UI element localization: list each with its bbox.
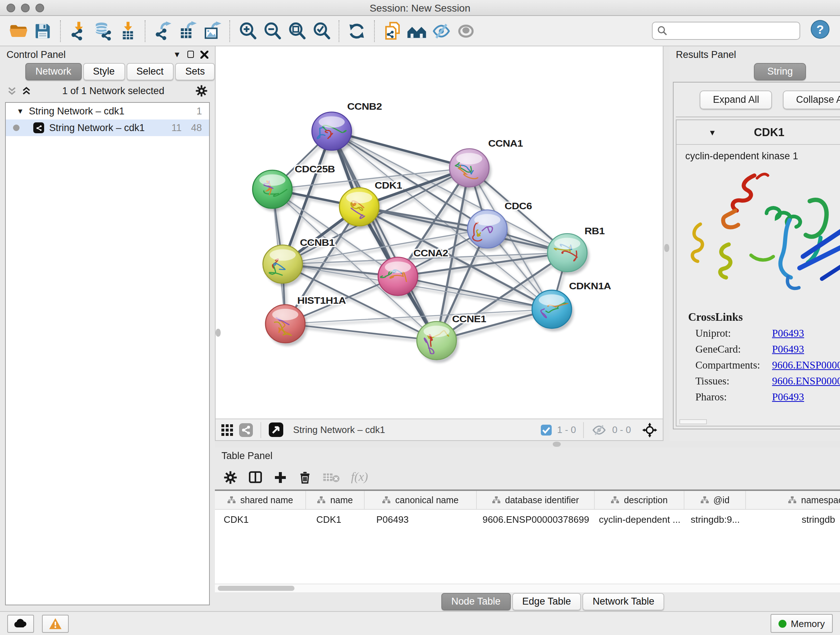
save-floppy-icon (33, 21, 52, 40)
crosslink-link[interactable]: 9606.ENSP00000378699 (772, 375, 840, 387)
column-header--id[interactable]: @id (684, 491, 746, 509)
table-panel-header: Table Panel ▼ (215, 448, 840, 463)
show-all-button[interactable] (454, 19, 478, 43)
network-options-gear-icon[interactable] (195, 84, 208, 97)
tab-network-table[interactable]: Network Table (583, 593, 665, 610)
scrollbar-thumb[interactable] (218, 586, 294, 591)
tab-node-table[interactable]: Node Table (441, 593, 510, 610)
import-network-from-database-button[interactable] (90, 19, 115, 43)
warnings-button[interactable] (42, 614, 69, 632)
right-splitter[interactable] (663, 46, 669, 441)
table-cell[interactable]: cyclin-dependent ... (595, 510, 684, 529)
control-panel-title: Control Panel (6, 49, 173, 60)
column-type-icon (611, 496, 620, 504)
crosslink-label: Tissues: (695, 375, 772, 387)
tree-expander-icon[interactable]: ▼ (17, 107, 24, 115)
network-edge[interactable] (332, 131, 437, 340)
column-header-database-identifier[interactable]: database identifier (477, 491, 595, 509)
horizontal-splitter-grip[interactable] (553, 442, 561, 447)
crosslink-link[interactable]: P06493 (772, 391, 804, 403)
tab-network[interactable]: Network (25, 63, 81, 80)
birds-eye-view-button[interactable] (268, 422, 284, 437)
clone-network-button[interactable] (380, 19, 404, 43)
eye-icon (456, 21, 475, 40)
table-cell[interactable]: CDK1 (306, 510, 365, 529)
zoom-fit-button[interactable] (284, 19, 309, 43)
column-header-name[interactable]: name (306, 491, 365, 509)
right-splitter-grip[interactable] (664, 244, 669, 252)
expand-all-button[interactable]: Expand All (700, 90, 772, 109)
export-table-button[interactable] (175, 19, 200, 43)
show-columns-icon[interactable] (248, 470, 263, 485)
zoom-out-button[interactable] (260, 19, 284, 43)
birds-eye-icon (268, 422, 284, 437)
crosslink-row: Uniprot:P06493 (695, 327, 840, 340)
maximize-panel-icon[interactable] (187, 51, 194, 58)
hide-selected-button[interactable] (429, 19, 454, 43)
table-cell[interactable]: CDK1 (215, 510, 306, 529)
column-header-description[interactable]: description (595, 491, 684, 509)
table-cell[interactable]: P06493 (365, 510, 477, 529)
hidden-eye-slash-icon[interactable] (591, 423, 607, 436)
collapse-all-icon[interactable] (7, 86, 17, 95)
column-header-canonical-name[interactable]: canonical name (365, 491, 477, 509)
save-session-button[interactable] (30, 19, 55, 43)
import-network-button[interactable] (66, 19, 90, 43)
search-box[interactable] (652, 22, 800, 40)
show-grid-button[interactable] (221, 423, 234, 436)
zoom-selected-button[interactable] (309, 19, 333, 43)
crosslink-link[interactable]: 9606.ENSP00000378699 (772, 359, 840, 371)
first-neighbors-button[interactable] (404, 19, 429, 43)
table-horizontal-scrollbar[interactable] (215, 584, 840, 592)
delete-column-trash-icon[interactable] (298, 470, 312, 484)
table-cell[interactable]: stringdb (746, 510, 840, 529)
column-header-shared-name[interactable]: shared name (215, 491, 306, 509)
network-row-selected[interactable]: String Network – cdk1 11 48 (6, 119, 209, 136)
table-row[interactable]: CDK1CDK1P064939606.ENSP00000378699cyclin… (215, 510, 840, 529)
table-cell[interactable]: stringdb:9... (684, 510, 746, 529)
close-panel-icon[interactable] (201, 50, 208, 58)
float-panel-icon[interactable]: ▼ (173, 50, 181, 59)
collapse-entry-icon[interactable]: ▼ (708, 128, 716, 137)
gene-entry-header[interactable]: ▼ CDK1 (676, 120, 840, 145)
help-button[interactable]: ? (810, 19, 830, 42)
horizontal-splitter[interactable] (215, 441, 840, 448)
add-column-icon[interactable] (273, 470, 287, 484)
selected-checkbox-icon[interactable] (540, 424, 552, 435)
search-input[interactable] (668, 26, 795, 36)
tab-string[interactable]: String (754, 63, 806, 80)
clone-network-icon (382, 21, 402, 41)
results-content: Expand All Collapse All ▼ CDK1 cyclin-de… (673, 82, 840, 429)
table-cell[interactable]: 9606.ENSP00000378699 (477, 510, 595, 529)
open-session-button[interactable] (6, 19, 30, 43)
fit-content-button[interactable] (642, 422, 658, 438)
network-share-view-button[interactable] (239, 423, 253, 437)
tab-sets[interactable]: Sets (175, 63, 215, 80)
refresh-view-button[interactable] (344, 19, 369, 43)
expand-all-icon[interactable] (22, 86, 31, 95)
tab-select[interactable]: Select (126, 63, 174, 80)
network-node-CCNB2[interactable]: CCNB2 (312, 102, 382, 154)
column-header-namespace[interactable]: namespace (746, 491, 840, 509)
network-node-CCNA1[interactable]: CCNA1 (450, 138, 523, 190)
crosslink-link[interactable]: P06493 (772, 327, 804, 340)
export-network-button[interactable] (150, 19, 175, 43)
network-collection-row[interactable]: ▼ String Network – cdk1 1 (6, 103, 209, 119)
network-node-CDKN1A[interactable]: CDKN1A (532, 281, 611, 332)
collapse-all-button[interactable]: Collapse All (783, 90, 840, 109)
tab-style[interactable]: Style (83, 63, 125, 80)
memory-button[interactable]: Memory (771, 614, 833, 633)
network-current-dot (13, 125, 19, 131)
toolbar-separator (60, 20, 61, 42)
crosslink-link[interactable]: P06493 (772, 343, 804, 356)
cloud-status-button[interactable] (7, 614, 34, 632)
import-table-button[interactable] (115, 19, 140, 43)
zoom-in-button[interactable] (235, 19, 260, 43)
network-canvas[interactable]: CCNB2CCNA1CDC25BCDK1CDC6RB1CCNB1CCNA2CDK… (216, 46, 663, 418)
results-scrollbar-stub[interactable] (679, 419, 707, 424)
export-image-button[interactable] (200, 19, 224, 43)
network-node-CDK1[interactable]: CDK1 (339, 180, 402, 229)
network-node-RB1[interactable]: RB1 (548, 226, 605, 275)
tab-edge-table[interactable]: Edge Table (512, 593, 581, 610)
table-options-gear-icon[interactable] (224, 470, 237, 484)
